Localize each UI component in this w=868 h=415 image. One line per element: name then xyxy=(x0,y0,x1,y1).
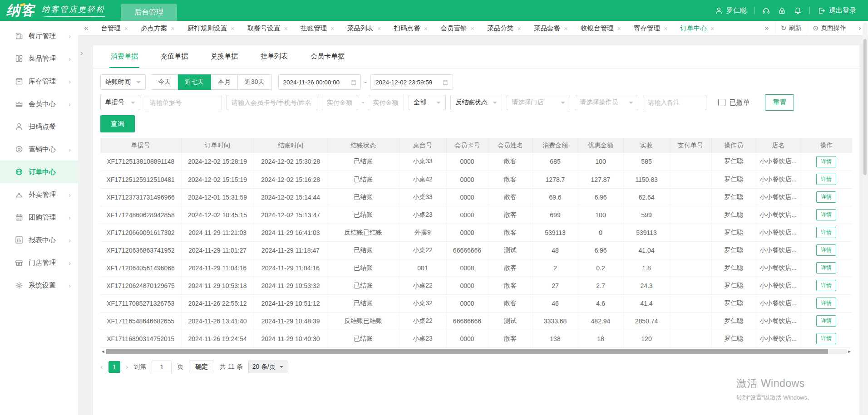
tab-close-icon[interactable]: × xyxy=(710,24,715,32)
sidebar-item[interactable]: 门店管理 › xyxy=(0,251,78,274)
tab-close-icon[interactable]: × xyxy=(124,24,128,32)
window-vertical-scrollbar[interactable] xyxy=(863,23,868,414)
tab-close-icon[interactable]: × xyxy=(564,24,568,32)
quick-range-button[interactable]: 近七天 xyxy=(178,74,211,90)
detail-button[interactable]: 详情 xyxy=(816,280,836,291)
detail-button[interactable]: 详情 xyxy=(816,315,836,327)
tab-close-icon[interactable]: × xyxy=(470,24,474,32)
amount-max-input[interactable] xyxy=(368,95,404,110)
page-tab[interactable]: 菜品套餐 × xyxy=(529,24,572,33)
detail-button[interactable]: 详情 xyxy=(816,298,836,309)
panel-expand-icon[interactable]: › xyxy=(80,49,83,58)
document-type-tab[interactable]: 充值单据 xyxy=(159,45,189,68)
page-tab[interactable]: 厨打规则设置 × xyxy=(183,24,239,33)
order-field-select[interactable]: 单据号 xyxy=(100,95,140,110)
page-tab[interactable]: 订单中心 × xyxy=(676,24,719,33)
prev-page-icon[interactable]: ‹ xyxy=(100,362,103,371)
page-tab[interactable]: 扫码点餐 × xyxy=(390,24,433,33)
user-menu[interactable]: 罗仁聪 xyxy=(715,6,747,15)
quick-range-button[interactable]: 今天 xyxy=(151,74,178,90)
current-page-button[interactable]: 1 xyxy=(108,361,120,373)
detail-button[interactable]: 详情 xyxy=(816,333,836,344)
tab-close-icon[interactable]: × xyxy=(424,24,428,32)
document-type-tab[interactable]: 挂单列表 xyxy=(259,45,289,68)
order-no-input[interactable] xyxy=(145,95,222,110)
document-type-tab[interactable]: 消费单据 xyxy=(109,45,139,68)
cancelled-checkbox[interactable] xyxy=(718,99,725,106)
lock-icon[interactable] xyxy=(778,6,786,15)
cell-order-time: 2024-11-29 11:21:03 xyxy=(181,224,254,241)
quick-range-button[interactable]: 近30天 xyxy=(238,74,272,90)
detail-button[interactable]: 详情 xyxy=(816,209,836,220)
date-to-input[interactable]: 2024-12-02 23:59:59 xyxy=(370,74,453,90)
page-tab[interactable]: 挂账管理 × xyxy=(296,24,339,33)
sidebar-item[interactable]: 报表中心 › xyxy=(0,229,78,251)
scrollbar-thumb[interactable] xyxy=(863,39,867,175)
detail-button[interactable]: 详情 xyxy=(816,227,836,238)
tab-close-icon[interactable]: × xyxy=(231,24,235,32)
notification-bell-icon[interactable] xyxy=(794,6,802,15)
document-type-tab[interactable]: 会员卡单据 xyxy=(309,45,346,68)
backend-management-tab[interactable]: 后台管理 xyxy=(121,4,177,21)
support-headset-icon[interactable] xyxy=(762,6,770,15)
detail-button[interactable]: 详情 xyxy=(816,174,836,185)
logout-button[interactable]: 退出登录 xyxy=(817,6,856,15)
page-tab[interactable]: 菜品分类 × xyxy=(483,24,526,33)
goto-page-input[interactable] xyxy=(152,361,172,373)
sidebar-item[interactable]: 团购管理 › xyxy=(0,206,78,229)
scrollbar-track[interactable] xyxy=(106,349,847,354)
next-page-icon[interactable]: › xyxy=(126,362,128,371)
detail-button[interactable]: 详情 xyxy=(816,244,836,256)
tab-close-icon[interactable]: × xyxy=(330,24,335,32)
refresh-button[interactable]: ↻ 刷新 xyxy=(775,21,807,35)
tab-close-icon[interactable]: × xyxy=(664,24,668,32)
sidebar-item[interactable]: 营销中心 › xyxy=(0,138,78,161)
detail-button[interactable]: 详情 xyxy=(816,262,836,273)
page-tab[interactable]: 取餐号设置 × xyxy=(243,24,292,33)
amount-min-input[interactable] xyxy=(322,95,358,110)
quick-range-button[interactable]: 本月 xyxy=(211,74,238,90)
page-size-select[interactable]: 20 条/页 xyxy=(248,361,287,373)
page-operations-button[interactable]: ⊙ 页面操作 xyxy=(807,21,852,35)
reset-button[interactable]: 重置 xyxy=(765,94,794,111)
time-field-select[interactable]: 结账时间 xyxy=(100,74,146,90)
goto-confirm-button[interactable]: 确定 xyxy=(189,361,214,373)
tab-close-icon[interactable]: × xyxy=(517,24,521,32)
page-tab[interactable]: 菜品列表 × xyxy=(343,24,386,33)
scrollbar-thumb[interactable] xyxy=(106,349,828,354)
scrollbar-right-arrow-icon[interactable]: ► xyxy=(847,349,852,354)
remark-input[interactable] xyxy=(643,95,706,110)
scrollbar-left-arrow-icon[interactable]: ◄ xyxy=(100,349,106,354)
store-select[interactable]: 请选择门店 xyxy=(507,95,570,110)
page-tab[interactable]: 必点方案 × xyxy=(136,24,179,33)
sidebar-item[interactable]: 菜品管理 › xyxy=(0,47,78,70)
page-tab[interactable]: 寄存管理 × xyxy=(629,24,672,33)
sidebar-item[interactable]: 餐厅管理 › xyxy=(0,24,78,47)
sidebar-item[interactable]: 外卖管理 › xyxy=(0,183,78,206)
operator-select[interactable]: 请选择操作员 xyxy=(575,95,638,110)
tabs-scroll-left-icon[interactable]: « xyxy=(78,24,94,32)
date-from-input[interactable]: 2024-11-26 00:00:00 xyxy=(278,74,361,90)
detail-button[interactable]: 详情 xyxy=(816,191,836,203)
tab-close-icon[interactable]: × xyxy=(171,24,175,32)
tab-close-icon[interactable]: × xyxy=(284,24,288,32)
cell-card-no: 0000 xyxy=(446,206,488,224)
reverse-status-select[interactable]: 反结账状态 xyxy=(450,95,502,110)
detail-button[interactable]: 详情 xyxy=(816,156,836,167)
page-tab[interactable]: 会员营销 × xyxy=(436,24,479,33)
sidebar-item[interactable]: 会员中心 › xyxy=(0,93,78,115)
page-tab[interactable]: 台管理 × xyxy=(96,24,133,33)
page-tab[interactable]: 收银台管理 × xyxy=(576,24,626,33)
member-search-input[interactable] xyxy=(227,95,317,110)
status-select[interactable]: 全部 xyxy=(409,95,446,110)
windows-activation-watermark: 激活 Windows 转到“设置”以激活 Windows。 xyxy=(736,376,813,402)
sidebar-item[interactable]: 系统设置 › xyxy=(0,274,78,297)
tab-close-icon[interactable]: × xyxy=(377,24,381,32)
search-button[interactable]: 查询 xyxy=(100,115,135,132)
tab-close-icon[interactable]: × xyxy=(617,24,621,32)
sidebar-item[interactable]: 扫码点餐 xyxy=(0,115,78,138)
sidebar-item[interactable]: 订单中心 xyxy=(0,161,78,183)
sidebar-item[interactable]: 库存管理 › xyxy=(0,70,78,93)
document-type-tab[interactable]: 兑换单据 xyxy=(209,45,239,68)
tabs-scroll-right-icon[interactable]: » xyxy=(759,24,775,32)
